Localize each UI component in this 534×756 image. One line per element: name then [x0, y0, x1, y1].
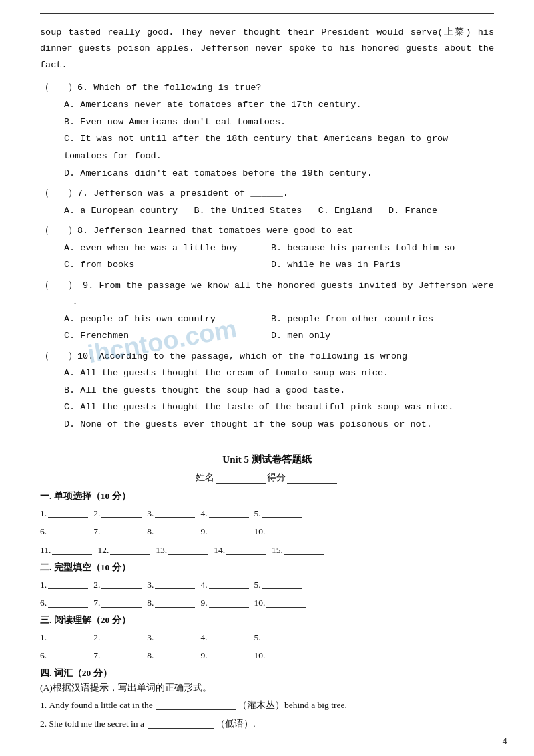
- ans-blank-1-1[interactable]: [48, 508, 88, 518]
- option-6b: B. Even now Americans don't eat tomatoes…: [64, 114, 494, 131]
- vocab-2-text1: She told me the secret in a: [49, 715, 147, 733]
- paren-7: （ ）: [40, 186, 77, 202]
- ans-2-9: 9.: [200, 594, 250, 612]
- ans-blank-2-2[interactable]: [101, 580, 142, 589]
- ans-blank-1-14[interactable]: [226, 546, 266, 555]
- question-6: （ ） 6. Which of the following is true? A…: [40, 80, 494, 182]
- ans-blank-1-8[interactable]: [155, 527, 195, 536]
- vocab-2-hint: （低语）.: [216, 715, 255, 733]
- paren-8: （ ）: [40, 223, 77, 239]
- ans-blank-3-1[interactable]: [48, 633, 88, 642]
- ans-1-5: 5.: [254, 505, 304, 522]
- name-blank[interactable]: [216, 474, 266, 484]
- ans-3-3: 3.: [147, 629, 196, 646]
- top-divider: [40, 13, 494, 14]
- ans-2-10: 10.: [254, 594, 308, 612]
- ans-2-2: 2.: [93, 576, 143, 594]
- section-2: 二. 完型填空（10 分） 1. 2. 3. 4. 5. 6. 7. 8. 9.…: [40, 562, 494, 612]
- ans-blank-2-5[interactable]: [262, 580, 302, 589]
- ans-blank-2-8[interactable]: [155, 598, 195, 608]
- ans-2-8: 8.: [147, 594, 196, 612]
- ans-2-5: 5.: [254, 576, 304, 594]
- vocab-1-num: 1.: [40, 697, 49, 714]
- vocab-item-2: 2. She told me the secret in a （低语）.: [40, 715, 494, 733]
- section-3-row-1: 1. 2. 3. 4. 5.: [40, 629, 494, 646]
- option-10b: B. All the guests thought the soup had a…: [64, 382, 494, 399]
- vocab-1-blank[interactable]: [156, 701, 236, 710]
- section-1-row-2: 6. 7. 8. 9. 10.: [40, 523, 494, 540]
- ans-blank-1-11[interactable]: [52, 546, 92, 555]
- ans-blank-3-8[interactable]: [155, 651, 195, 660]
- ans-blank-1-10[interactable]: [266, 527, 306, 536]
- option-8d: D. while he was in Paris: [271, 256, 400, 274]
- ans-blank-2-10[interactable]: [266, 598, 306, 608]
- ans-blank-3-5[interactable]: [262, 633, 302, 642]
- score-blank[interactable]: [287, 474, 337, 484]
- ans-blank-1-5[interactable]: [262, 508, 302, 518]
- ans-2-1: 1.: [40, 576, 89, 594]
- ans-blank-3-2[interactable]: [101, 633, 142, 642]
- ans-blank-1-7[interactable]: [101, 527, 142, 536]
- ans-blank-3-10[interactable]: [266, 651, 306, 660]
- section-2-header: 二. 完型填空（10 分）: [40, 562, 494, 574]
- ans-blank-2-1[interactable]: [48, 580, 88, 589]
- ans-blank-3-7[interactable]: [101, 651, 142, 660]
- question-9-text: 9. From the passage we know all the hono…: [40, 280, 494, 307]
- option-6c: C. It was not until after the 18th centu…: [64, 130, 494, 164]
- section-3-header: 三. 阅读理解（20 分）: [40, 614, 494, 626]
- paren-10: （ ）: [40, 349, 77, 365]
- section-1-row-1: 1. 2. 3. 4. 5.: [40, 505, 494, 522]
- question-10-options: A. All the guests thought the cream of t…: [64, 365, 494, 433]
- option-8-row2: C. from books D. while he was in Paris: [64, 256, 494, 274]
- ans-blank-2-6[interactable]: [48, 598, 88, 608]
- question-9: （ ） 9. From the passage we know all the …: [40, 278, 494, 345]
- ans-blank-2-9[interactable]: [209, 598, 249, 608]
- ans-1-15: 15.: [272, 542, 326, 559]
- question-8-line: （ ） 8. Jefferson learned that tomatoes w…: [40, 223, 494, 239]
- ans-1-1: 1.: [40, 505, 89, 522]
- ans-blank-1-3[interactable]: [155, 508, 195, 518]
- section-4-subheader: (A)根据汉语提示，写出单词的正确形式。: [40, 682, 494, 694]
- ans-blank-1-9[interactable]: [209, 527, 249, 536]
- ans-blank-1-12[interactable]: [110, 546, 150, 555]
- ans-blank-1-6[interactable]: [48, 527, 88, 536]
- option-10d: D. None of the guests ever thought if th…: [64, 416, 494, 433]
- option-10a: A. All the guests thought the cream of t…: [64, 365, 494, 382]
- question-8: （ ） 8. Jefferson learned that tomatoes w…: [40, 223, 494, 274]
- section-2-row-2: 6. 7. 8. 9. 10.: [40, 594, 494, 612]
- ans-1-12: 12.: [97, 542, 152, 559]
- ans-blank-2-4[interactable]: [209, 580, 249, 589]
- ans-blank-3-9[interactable]: [209, 651, 249, 660]
- ans-1-6: 6.: [40, 523, 89, 540]
- option-9-row2: C. Frenchmen D. men only: [64, 327, 494, 345]
- option-6d: D. Americans didn't eat tomatoes before …: [64, 165, 494, 182]
- question-8-options: A. even when he was a little boy B. beca…: [64, 240, 494, 274]
- ans-1-4: 4.: [200, 505, 250, 522]
- option-7-row: A. a European country B. the United Stat…: [64, 202, 494, 220]
- ans-3-4: 4.: [200, 629, 250, 646]
- question-7-line: （ ） 7. Jefferson was a president of ____…: [40, 186, 494, 202]
- ans-blank-3-3[interactable]: [155, 633, 195, 642]
- ans-2-7: 7.: [93, 594, 143, 612]
- section-4: 四. 词汇（20 分） (A)根据汉语提示，写出单词的正确形式。 1. Andy…: [40, 667, 494, 732]
- answer-title: Unit 5 测试卷答题纸: [40, 453, 494, 466]
- question-9-line: （ ） 9. From the passage we know all the …: [40, 278, 494, 311]
- ans-blank-1-13[interactable]: [168, 546, 208, 555]
- ans-blank-1-15[interactable]: [284, 546, 324, 555]
- ans-blank-1-2[interactable]: [101, 508, 142, 518]
- ans-blank-1-4[interactable]: [209, 508, 249, 518]
- option-8b: B. because his parents told him so: [271, 240, 455, 257]
- option-8a: A. even when he was a little boy: [64, 240, 271, 257]
- question-10: （ ） 10. According to the passage, which …: [40, 349, 494, 433]
- ans-3-5: 5.: [254, 629, 304, 646]
- section-3-row-2: 6. 7. 8. 9. 10.: [40, 647, 494, 665]
- ans-blank-3-6[interactable]: [48, 651, 88, 660]
- section-4-header: 四. 词汇（20 分）: [40, 667, 494, 679]
- ans-blank-2-3[interactable]: [155, 580, 195, 589]
- ans-blank-2-7[interactable]: [101, 598, 142, 608]
- intro-paragraph: soup tasted really good. They never thou…: [40, 25, 494, 73]
- ans-1-7: 7.: [93, 523, 143, 540]
- ans-3-2: 2.: [93, 629, 143, 646]
- vocab-2-blank[interactable]: [148, 719, 214, 729]
- ans-blank-3-4[interactable]: [209, 633, 249, 642]
